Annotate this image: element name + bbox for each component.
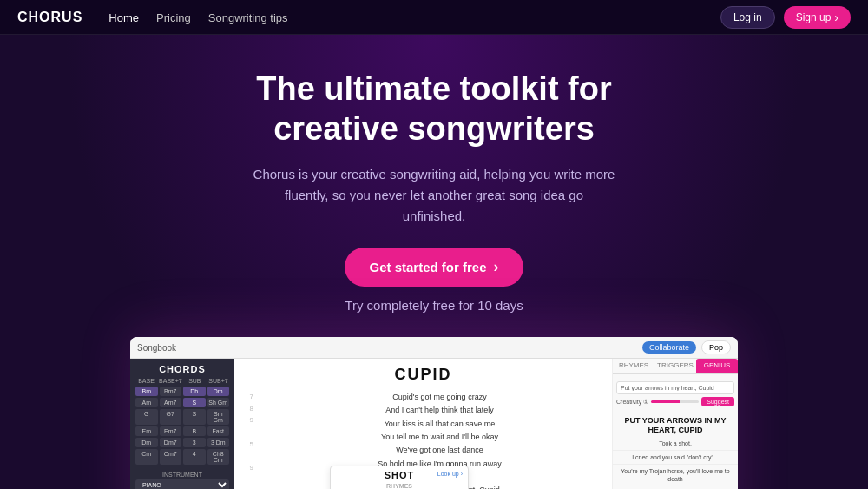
chords-title: CHORDS: [135, 364, 229, 374]
pop-button[interactable]: Pop: [701, 340, 731, 354]
genius-result-item: I cried and you said "don't cry"...: [613, 451, 738, 465]
chord-cell[interactable]: Ch8 Cm: [207, 449, 230, 465]
chord-headers: BASE BASE+7 SUB SUB+7: [135, 378, 229, 384]
chord-cell[interactable]: Em7: [160, 426, 182, 436]
lyric-line: And I can't help think that lately: [257, 404, 605, 417]
chord-cell[interactable]: Am: [135, 398, 158, 407]
tab-genius[interactable]: GENIUS: [696, 359, 738, 373]
lyrics-panel: CUPID 7 8 9 5 9 7: [234, 359, 612, 489]
instrument-section: INSTRUMENT PIANO GUITAR: [135, 472, 229, 489]
hero-headline: The ultimate toolkit for creative songwr…: [256, 69, 612, 149]
hero-subtext: Chorus is your creative songwriting aid,…: [252, 164, 616, 227]
chord-cell[interactable]: 4: [183, 449, 206, 465]
ch-sub7: SUB+7: [207, 378, 229, 384]
chord-cell[interactable]: Dm7: [160, 438, 182, 447]
app-screenshot: Songbook Collaborate Pop CHORDS BASE BAS…: [130, 337, 738, 489]
chords-panel: CHORDS BASE BASE+7 SUB SUB+7 Bm Bm7 Dh D…: [130, 359, 234, 489]
instrument-select[interactable]: PIANO GUITAR: [135, 479, 229, 489]
chord-cell[interactable]: Bm: [135, 387, 158, 396]
signup-button[interactable]: Sign up: [784, 6, 851, 29]
chord-cell[interactable]: Em: [135, 426, 158, 436]
nav-home[interactable]: Home: [108, 11, 139, 24]
nav-songwriting-tips[interactable]: Songwriting tips: [208, 11, 288, 24]
chord-cell[interactable]: Dm: [207, 387, 230, 396]
genius-input-area: Creativity ① Suggest: [613, 374, 738, 413]
chord-cell[interactable]: S: [183, 409, 206, 425]
nav-links: Home Pricing Songwriting tips: [108, 10, 720, 25]
instrument-label: INSTRUMENT: [135, 472, 229, 478]
hero-section: The ultimate toolkit for creative songwr…: [0, 35, 868, 489]
chord-cell[interactable]: Cm: [135, 449, 158, 465]
logo: CHORUS: [17, 10, 82, 25]
chord-cell[interactable]: Fast: [207, 426, 230, 436]
chord-cell[interactable]: Bm7: [160, 387, 182, 396]
trial-text: Try completely free for 10 days: [345, 295, 523, 316]
chord-cell[interactable]: Cm7: [160, 449, 182, 465]
creativity-row: Creativity ① Suggest: [616, 397, 734, 406]
topbar-right: Collaborate Pop: [642, 340, 731, 354]
genius-input[interactable]: [616, 381, 734, 394]
app-body: CHORDS BASE BASE+7 SUB SUB+7 Bm Bm7 Dh D…: [130, 359, 738, 489]
song-title: CUPID: [241, 366, 605, 384]
ch-sub: SUB: [184, 378, 206, 384]
genius-result-item: You're my Trojan horse, you'll love me t…: [613, 465, 738, 486]
genius-result-title: PUT YOUR ARROWS IN MY HEART, CUPID: [613, 413, 738, 437]
creativity-label: Creativity ①: [616, 399, 648, 406]
lyric-line: Your kiss is all that can save me: [257, 418, 605, 431]
tab-triggers[interactable]: TRIGGERS: [654, 359, 696, 373]
collaborate-button[interactable]: Collaborate: [642, 341, 696, 354]
ch-base: BASE: [135, 378, 157, 384]
navbar: CHORUS Home Pricing Songwriting tips Log…: [0, 0, 868, 35]
lyric-line: Cupid's got me going crazy: [257, 391, 605, 404]
chord-row: Bm Bm7 Dh Dm: [135, 387, 229, 396]
chord-cell[interactable]: G: [135, 409, 158, 425]
chord-row: Em Em7 B Fast: [135, 426, 229, 436]
lookup-link[interactable]: Look up ›: [437, 471, 463, 477]
genius-panel: RHYMES TRIGGERS GENIUS Creativity ① Sugg…: [612, 359, 738, 489]
chord-cell[interactable]: B: [183, 426, 206, 436]
chord-cell[interactable]: G7: [160, 409, 182, 425]
lyric-line: We've got one last dance: [257, 444, 605, 457]
chord-row: G G7 S Sm Gm: [135, 409, 229, 425]
nav-actions: Log in Sign up: [720, 6, 851, 29]
chord-cell[interactable]: S: [183, 398, 206, 407]
chord-cell[interactable]: Dm: [135, 438, 158, 447]
nav-pricing[interactable]: Pricing: [156, 11, 191, 24]
line-numbers: 7 8 9 5 9 7: [241, 391, 257, 489]
login-button[interactable]: Log in: [720, 6, 775, 29]
chord-cell[interactable]: Sh Gm: [207, 398, 230, 407]
cta-button[interactable]: Get started for free: [345, 248, 523, 287]
genius-tabs: RHYMES TRIGGERS GENIUS: [613, 359, 738, 374]
chord-cell[interactable]: 3 Dm: [207, 438, 230, 447]
chord-cell[interactable]: Dh: [183, 387, 206, 396]
shot-popup: SHOT Look up › RHYMES got not thought ho…: [330, 466, 469, 489]
ch-base7: BASE+7: [159, 378, 182, 384]
genius-result-item: Took a shot,: [613, 437, 738, 451]
breadcrumb: Songbook: [137, 343, 176, 353]
suggest-button[interactable]: Suggest: [701, 397, 734, 406]
chord-cell[interactable]: 3: [183, 438, 206, 447]
tab-rhymes[interactable]: RHYMES: [613, 359, 654, 373]
chord-row: Dm Dm7 3 3 Dm: [135, 438, 229, 447]
rhymes-label: RHYMES: [336, 483, 463, 489]
chord-cell[interactable]: Sm Gm: [207, 409, 230, 425]
chord-row: Am Am7 S Sh Gm: [135, 398, 229, 407]
chord-cell[interactable]: Am7: [160, 398, 182, 407]
lyric-line: You tell me to wait and I'll be okay: [257, 431, 605, 444]
app-topbar: Songbook Collaborate Pop: [130, 337, 738, 359]
creativity-slider[interactable]: [651, 400, 699, 403]
chord-row: Cm Cm7 4 Ch8 Cm: [135, 449, 229, 465]
